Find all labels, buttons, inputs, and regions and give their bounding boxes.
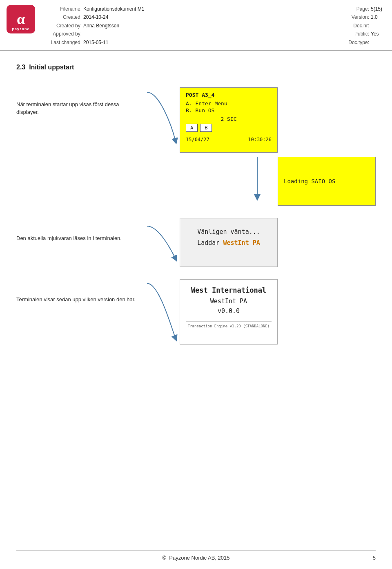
row4-text: Terminalen visar sedan upp vilken versio… — [16, 279, 139, 304]
arrow-4 — [139, 279, 180, 345]
page-value: 5(15) — [371, 5, 382, 13]
display-version: West International WestInt PA v0.0.0 Tra… — [180, 279, 278, 345]
content-row-4: Terminalen visar sedan upp vilken versio… — [16, 279, 376, 345]
display-post-menu: POST A3_4 A. Enter Menu B. Run OS 2 SEC … — [180, 87, 278, 153]
header-left: Filename: Konfigurationsdokument M1 Crea… — [45, 5, 144, 47]
footer-text: Payzone Nordic AB, 2015 — [169, 555, 229, 561]
arrow-2 — [237, 157, 278, 206]
page-number: 5 — [373, 555, 376, 561]
loading-text: Loading SAIO OS — [284, 178, 335, 184]
content-row-3: Den aktuella mjukvaran läses in i termin… — [16, 218, 376, 267]
display-loading: Loading SAIO OS — [278, 157, 376, 206]
created-by-label: Created by: — [45, 22, 82, 30]
product-name: WestInt PA — [186, 298, 272, 305]
page-footer: © Payzone Nordic AB, 2015 5 — [16, 550, 376, 561]
created-by-value: Anna Bengtsson — [83, 22, 119, 30]
section-title: 2.3 Initial uppstart — [16, 64, 376, 71]
page-content: 2.3 Initial uppstart När terminalen star… — [0, 51, 392, 385]
date-display: 15/04/27 — [186, 137, 209, 142]
date-row: 15/04/27 10:30:26 — [186, 137, 272, 142]
page-header: α payzone Filename: Konfigurationsdokume… — [0, 0, 392, 51]
header-meta: Filename: Konfigurationsdokument M1 Crea… — [45, 5, 382, 47]
approved-by-label: Approved by: — [45, 30, 82, 38]
transaction-engine: Transaction Engine v1.20 (STANDALONE) — [186, 321, 272, 328]
btn-row: A B — [186, 124, 272, 132]
company-name: West International — [186, 286, 272, 294]
btn-a: A — [186, 124, 198, 132]
public-value: Yes — [371, 30, 379, 38]
sec-line: 2 SEC — [186, 116, 272, 122]
header-right: Page: 5(15) Version: 1.0 Doc.nr: Public:… — [332, 5, 382, 47]
westint-highlight: WestInt PA — [223, 239, 260, 247]
row1-text: När terminalen startar upp visas först d… — [16, 84, 139, 116]
row3-text: Den aktuella mjukvaran läses in i termin… — [16, 218, 139, 242]
version-value: 1.0 — [371, 13, 378, 21]
menu-item-a: A. Enter Menu — [186, 100, 272, 107]
logo-brand: payzone — [7, 27, 35, 31]
filename-value: Konfigurationsdokument M1 — [83, 5, 144, 13]
created-label: Created: — [45, 13, 82, 21]
post-title: POST A3_4 — [186, 92, 272, 98]
page-label: Page: — [332, 5, 369, 13]
wait-line2: Laddar WestInt PA — [186, 238, 272, 249]
arrow-3 — [139, 218, 180, 267]
time-display: 10:30:26 — [248, 137, 272, 142]
copyright-symbol: © — [163, 555, 167, 561]
btn-b: B — [200, 124, 212, 132]
content-row-2: Loading SAIO OS — [16, 157, 376, 206]
wait-line1: Vänligen vänta... — [186, 227, 272, 238]
last-changed-value: 2015-05-11 — [83, 38, 108, 47]
created-value: 2014-10-24 — [83, 13, 108, 21]
menu-item-b: B. Run OS — [186, 107, 272, 113]
public-label: Public: — [332, 30, 369, 38]
arrow-1 — [139, 84, 180, 149]
logo-alpha: α — [17, 11, 25, 28]
display-wait: Vänligen vänta... Laddar WestInt PA — [180, 218, 278, 267]
last-changed-label: Last changed: — [45, 38, 82, 47]
logo: α payzone — [7, 5, 35, 33]
content-row-1: När terminalen startar upp visas först d… — [16, 84, 376, 153]
docnr-label: Doc.nr: — [332, 22, 369, 30]
wait-text: Vänligen vänta... Laddar WestInt PA — [186, 227, 272, 249]
filename-label: Filename: — [45, 5, 82, 13]
version-label: Version: — [332, 13, 369, 21]
version-number: v0.0.0 — [186, 307, 272, 315]
doctype-label: Doc.type: — [332, 38, 369, 47]
